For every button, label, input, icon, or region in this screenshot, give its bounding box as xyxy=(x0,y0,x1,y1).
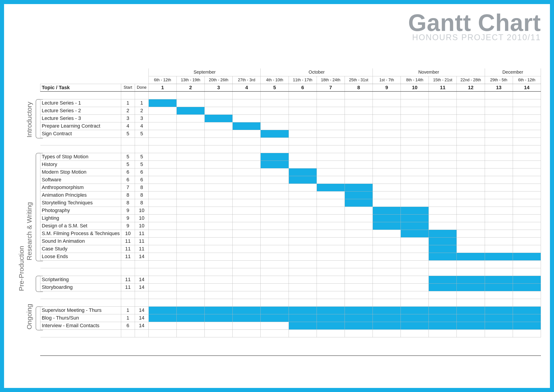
cell xyxy=(233,199,261,207)
blank xyxy=(135,260,148,268)
title-block: Gantt Chart HONOURS PROJECT 2010/11 xyxy=(408,11,541,42)
cell xyxy=(289,122,317,130)
task-start: 3 xyxy=(121,114,135,122)
cell xyxy=(233,114,261,122)
week-date-range: 1st - 7th xyxy=(373,76,401,84)
task-row: Modern Stop Motion66 xyxy=(40,168,541,176)
cell xyxy=(429,168,457,176)
cell xyxy=(401,276,429,283)
cell xyxy=(373,99,401,107)
cell xyxy=(261,329,289,337)
task-start: 2 xyxy=(121,107,135,114)
cell xyxy=(457,107,485,114)
cell xyxy=(261,260,289,268)
cell xyxy=(513,214,541,222)
week-number: 5 xyxy=(261,84,289,91)
gantt-bar-segment xyxy=(345,184,373,191)
cell xyxy=(261,191,289,199)
cell xyxy=(233,107,261,114)
cell xyxy=(429,91,457,99)
cell xyxy=(205,222,233,230)
cell xyxy=(457,222,485,230)
task-label: Lecture Series - 1 xyxy=(40,99,121,107)
cell xyxy=(373,91,401,99)
cell xyxy=(205,176,233,184)
week-date-range: 15th - 21st xyxy=(429,76,457,84)
gantt-bar-segment xyxy=(429,245,457,253)
cell xyxy=(401,145,429,153)
gantt-bar-segment xyxy=(401,207,429,214)
cell xyxy=(485,291,513,299)
cell xyxy=(148,230,176,237)
cell xyxy=(148,107,176,114)
cell xyxy=(317,130,345,138)
task-start: 9 xyxy=(121,222,135,230)
blank-task xyxy=(40,138,121,145)
task-start: 8 xyxy=(121,191,135,199)
task-start: 11 xyxy=(121,253,135,260)
cell xyxy=(317,176,345,184)
cell xyxy=(345,99,373,107)
task-row: Sound In Animation1111 xyxy=(40,237,541,245)
cell xyxy=(317,214,345,222)
cell xyxy=(345,299,373,306)
task-start: 4 xyxy=(121,122,135,130)
cell xyxy=(205,161,233,168)
cell xyxy=(233,253,261,260)
cell xyxy=(261,138,289,145)
cell xyxy=(457,114,485,122)
month-label: September xyxy=(148,68,261,76)
cell xyxy=(373,168,401,176)
cell xyxy=(205,153,233,161)
task-start: 6 xyxy=(121,168,135,176)
cell xyxy=(148,222,176,230)
blank-task xyxy=(40,268,121,276)
cell xyxy=(261,107,289,114)
cell xyxy=(148,322,176,329)
cell xyxy=(205,299,233,306)
cell xyxy=(513,107,541,114)
cell xyxy=(485,199,513,207)
task-row: Blog - Thurs/Sun114 xyxy=(40,314,541,322)
cell xyxy=(205,107,233,114)
column-header-task: Topic / Task xyxy=(40,84,121,91)
cell xyxy=(457,122,485,130)
cell xyxy=(289,99,317,107)
cell xyxy=(429,207,457,214)
cell xyxy=(176,245,204,253)
blank xyxy=(121,138,135,145)
cell xyxy=(373,145,401,153)
task-label: Sound In Animation xyxy=(40,237,121,245)
cell xyxy=(233,260,261,268)
cell xyxy=(176,184,204,191)
task-label: Storyboarding xyxy=(40,283,121,291)
task-row: Animation Principles88 xyxy=(40,191,541,199)
gantt-bar-segment xyxy=(289,168,317,176)
cell xyxy=(373,153,401,161)
cell xyxy=(148,130,176,138)
cell xyxy=(485,260,513,268)
cell xyxy=(233,230,261,237)
cell xyxy=(148,138,176,145)
task-label: S.M. Filming Process & Techniques xyxy=(40,230,121,237)
cell xyxy=(317,191,345,199)
cell xyxy=(513,260,541,268)
week-number: 2 xyxy=(176,84,204,91)
cell xyxy=(176,230,204,237)
task-done: 10 xyxy=(135,214,148,222)
gantt-bar-segment xyxy=(429,276,457,283)
cell xyxy=(345,276,373,283)
cell xyxy=(289,230,317,237)
cell xyxy=(233,91,261,99)
gantt-bar-segment xyxy=(345,199,373,207)
gantt-bar-segment xyxy=(317,306,345,314)
gantt-bar-segment xyxy=(205,306,233,314)
week-date-range: 25th - 31st xyxy=(345,76,373,84)
cell xyxy=(401,161,429,168)
task-done: 5 xyxy=(135,161,148,168)
cell xyxy=(205,230,233,237)
cell xyxy=(205,276,233,283)
cell xyxy=(317,253,345,260)
cell xyxy=(345,153,373,161)
task-row: Scriptwriting1114 xyxy=(40,276,541,283)
